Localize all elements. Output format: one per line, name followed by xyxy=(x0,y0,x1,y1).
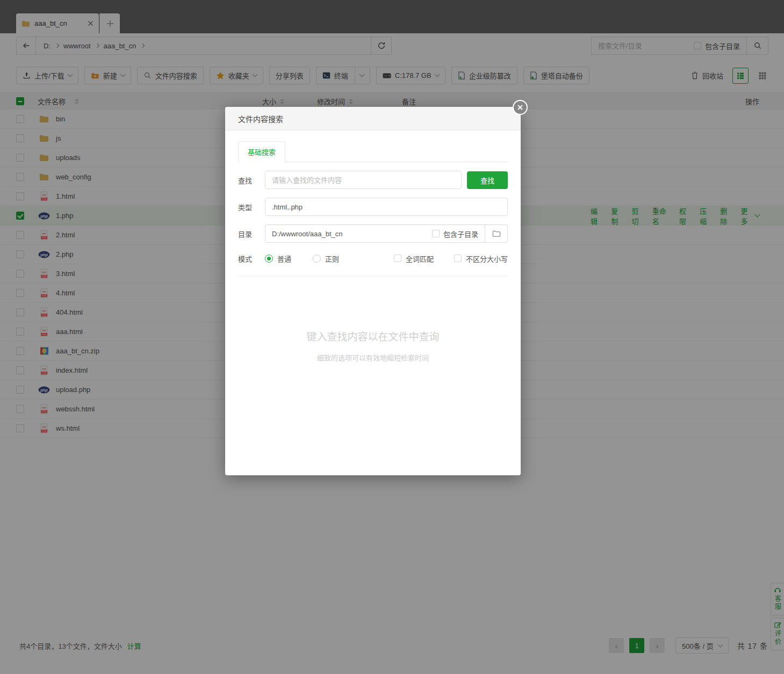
dialog-body: 基础搜索 查找 查找 类型 目录 包含子目录 xyxy=(225,141,521,363)
mode-normal-option[interactable]: 普通 xyxy=(265,253,291,264)
empty-state-title: 键入查找内容以在文件中查询 xyxy=(238,329,508,343)
radio-regex[interactable] xyxy=(313,255,321,263)
browse-folder-button[interactable] xyxy=(485,225,507,242)
dir-include-subdir-option: 包含子目录 xyxy=(432,229,478,239)
type-input[interactable] xyxy=(265,198,508,216)
tab-basic-search[interactable]: 基础搜索 xyxy=(238,141,285,162)
ignore-case-label: 不区分大小写 xyxy=(466,253,508,264)
dir-include-subdir-checkbox[interactable] xyxy=(432,230,440,237)
dir-include-subdir-label: 包含子目录 xyxy=(443,229,478,239)
close-icon xyxy=(517,104,523,111)
folder-outline-icon xyxy=(492,230,501,237)
dialog-title: 文件内容搜索 xyxy=(238,113,283,124)
dir-label: 目录 xyxy=(238,229,265,239)
dir-input-group: 包含子目录 xyxy=(265,224,508,243)
empty-state-subtitle: 细致的选项可以有效地缩短检索时间 xyxy=(238,352,508,363)
mode-row: 模式 普通 正则 全词匹配 不区分大小写 xyxy=(238,251,508,266)
ignore-case-option[interactable]: 不区分大小写 xyxy=(454,253,508,264)
dir-input[interactable] xyxy=(265,230,432,238)
whole-word-option[interactable]: 全词匹配 xyxy=(394,253,434,264)
dialog-close-button[interactable] xyxy=(513,100,528,115)
radio-normal[interactable] xyxy=(265,255,273,263)
dialog-tabs: 基础搜索 xyxy=(238,141,508,162)
ignore-case-checkbox[interactable] xyxy=(454,255,462,262)
mode-label: 模式 xyxy=(238,253,265,264)
find-input[interactable] xyxy=(265,171,462,189)
mode-regex-label: 正则 xyxy=(325,253,339,264)
divider xyxy=(238,276,508,276)
dir-row: 目录 包含子目录 xyxy=(238,224,508,243)
find-row: 查找 查找 xyxy=(238,171,508,189)
mode-normal-label: 普通 xyxy=(277,253,291,264)
type-row: 类型 xyxy=(238,198,508,216)
type-label: 类型 xyxy=(238,202,265,212)
find-label: 查找 xyxy=(238,175,265,185)
whole-word-checkbox[interactable] xyxy=(394,255,401,262)
dialog-header: 文件内容搜索 xyxy=(225,107,521,131)
find-button[interactable]: 查找 xyxy=(467,171,508,189)
file-content-search-dialog: 文件内容搜索 基础搜索 查找 查找 类型 目录 包含子目录 xyxy=(225,107,521,475)
mode-regex-option[interactable]: 正则 xyxy=(313,253,339,264)
whole-word-label: 全词匹配 xyxy=(406,253,434,264)
empty-state: 键入查找内容以在文件中查询 细致的选项可以有效地缩短检索时间 xyxy=(238,329,508,363)
